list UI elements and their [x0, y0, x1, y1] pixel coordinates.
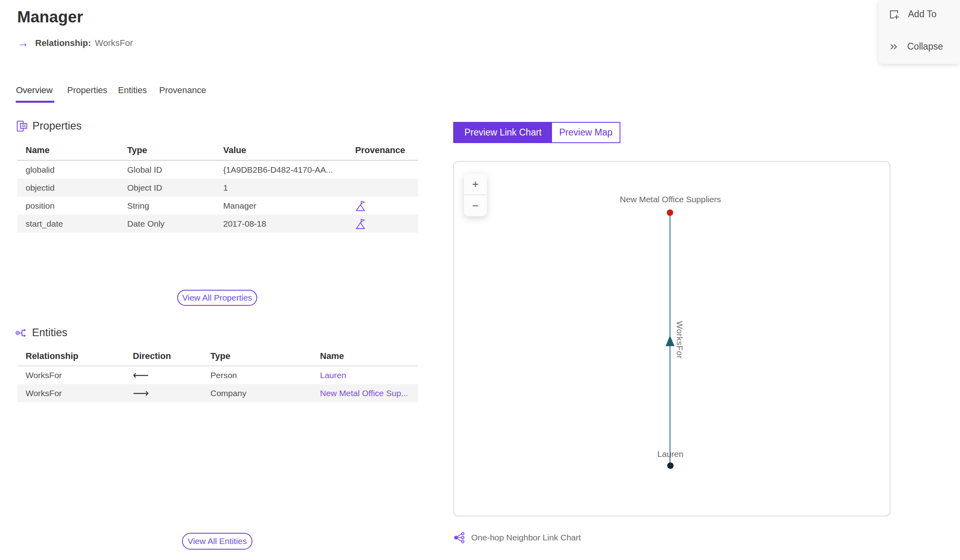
page-title: Manager: [17, 8, 83, 26]
properties-icon: [16, 120, 28, 132]
entities-section-title: Entities: [32, 327, 68, 339]
page: Manager → Relationship: WorksFor Add To: [0, 0, 960, 560]
column-header: Value: [215, 145, 347, 155]
table-row: objectid Object ID 1: [17, 179, 418, 197]
prop-type: Object ID: [119, 183, 215, 193]
prop-name: position: [17, 201, 119, 211]
entity-name-link[interactable]: Lauren: [320, 371, 346, 380]
prop-name: globalid: [17, 165, 119, 175]
collapse-icon: [889, 42, 898, 52]
prop-name: start_date: [17, 219, 119, 229]
prop-value: 2017-08-18: [215, 219, 347, 229]
active-tab-underline: [16, 101, 54, 103]
prop-value: 1: [215, 183, 347, 193]
entity-type: Person: [202, 371, 312, 380]
entities-table-header: Relationship Direction Type Name: [17, 351, 418, 366]
link-chart-canvas[interactable]: + − New Metal Office Suppliers WorksFor …: [453, 161, 890, 516]
table-row: WorksFor ⟵ Person Lauren: [17, 366, 418, 384]
edge-arrow-up-icon: [666, 335, 674, 346]
table-row: position String Manager: [17, 197, 418, 215]
collapse-button[interactable]: Collapse: [889, 41, 943, 52]
column-header: Name: [312, 351, 418, 361]
one-hop-link-chart-icon: [453, 532, 465, 544]
tab-properties[interactable]: Properties: [67, 85, 107, 96]
chart-caption: One-hop Neighbor Link Chart: [453, 532, 581, 544]
tab-entities[interactable]: Entities: [118, 85, 147, 96]
entity-type: Company: [202, 389, 312, 398]
zoom-in-button[interactable]: +: [464, 173, 487, 195]
properties-section-title: Properties: [32, 120, 82, 132]
add-to-label: Add To: [908, 9, 936, 20]
prop-type: Date Only: [119, 219, 215, 229]
prop-type: String: [119, 201, 215, 211]
prop-value: {1A9DB2B6-D482-4170-AA...: [215, 165, 347, 175]
provenance-flag-icon[interactable]: [347, 200, 418, 211]
column-header: Type: [202, 351, 312, 361]
direction-right-arrow-icon: ⟶: [124, 387, 202, 400]
entities-section-header: Entities: [15, 327, 68, 339]
column-header: Direction: [124, 351, 202, 361]
relationship-label: Relationship:: [35, 38, 91, 48]
add-to-button[interactable]: Add To: [889, 9, 936, 20]
properties-table-header: Name Type Value Provenance: [17, 145, 418, 161]
prop-name: objectid: [17, 183, 119, 193]
view-all-entities-button[interactable]: View All Entities: [182, 533, 252, 550]
breadcrumb: → Relationship: WorksFor: [17, 37, 133, 49]
view-all-properties-button[interactable]: View All Properties: [177, 290, 257, 306]
edge-label: WorksFor: [675, 321, 684, 359]
preview-toggle: Preview Link Chart Preview Map: [453, 122, 620, 143]
bottom-node-dot[interactable]: [667, 462, 674, 469]
entities-icon: [15, 327, 27, 339]
preview-map-button[interactable]: Preview Map: [552, 123, 620, 142]
entity-relationship: WorksFor: [17, 389, 124, 398]
properties-table: Name Type Value Provenance globalid Glob…: [17, 145, 418, 233]
column-header: Name: [17, 145, 119, 155]
column-header: Provenance: [347, 145, 418, 155]
bottom-node-label: Lauren: [657, 449, 683, 459]
relationship-value: WorksFor: [95, 38, 133, 48]
table-row: WorksFor ⟶ Company New Metal Office Sup.…: [17, 384, 418, 402]
top-node-dot[interactable]: [667, 209, 673, 216]
column-header: Relationship: [17, 351, 124, 361]
relationship-arrow-icon: →: [17, 37, 29, 49]
prop-type: Global ID: [119, 165, 215, 175]
properties-section-header: Properties: [16, 120, 82, 132]
chart-caption-text: One-hop Neighbor Link Chart: [471, 533, 581, 542]
prop-value: Manager: [215, 201, 347, 211]
table-row: globalid Global ID {1A9DB2B6-D482-4170-A…: [17, 161, 418, 179]
column-header: Type: [119, 145, 215, 155]
entity-relationship: WorksFor: [17, 371, 124, 380]
collapse-label: Collapse: [907, 41, 943, 52]
zoom-control: + −: [464, 173, 487, 216]
preview-link-chart-button[interactable]: Preview Link Chart: [454, 123, 552, 142]
direction-left-arrow-icon: ⟵: [124, 369, 202, 382]
provenance-flag-icon[interactable]: [347, 218, 418, 229]
table-row: start_date Date Only 2017-08-18: [17, 215, 418, 233]
zoom-out-button[interactable]: −: [464, 195, 487, 216]
entities-table: Relationship Direction Type Name WorksFo…: [17, 351, 418, 402]
add-to-icon: [889, 9, 899, 20]
tab-provenance[interactable]: Provenance: [159, 85, 206, 96]
tab-overview[interactable]: Overview: [16, 85, 53, 96]
top-node-label: New Metal Office Suppliers: [620, 195, 721, 204]
actions-panel: Add To Collapse: [878, 0, 960, 64]
entity-name-link[interactable]: New Metal Office Sup...: [320, 389, 408, 398]
